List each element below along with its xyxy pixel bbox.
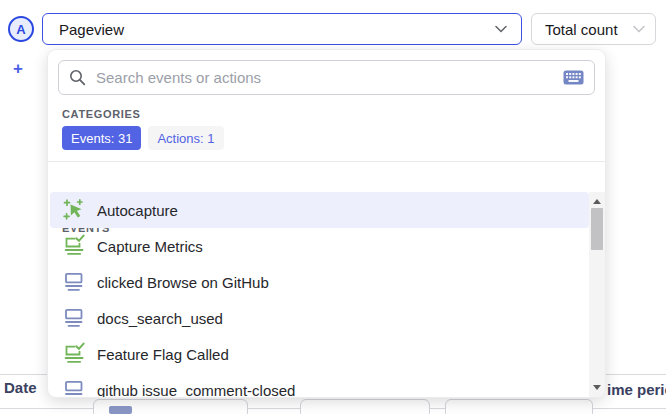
scroll-down-arrow-icon[interactable] bbox=[593, 385, 601, 390]
event-list-item-label: Capture Metrics bbox=[97, 238, 203, 255]
event-select-value: Pageview bbox=[59, 21, 124, 38]
event-picker-dropdown: CATEGORIES Events: 31 Actions: 1 EVENTS bbox=[48, 50, 605, 397]
autocapture-icon bbox=[62, 198, 86, 222]
search-box[interactable] bbox=[58, 60, 595, 95]
tab-events[interactable]: Events: 31 bbox=[62, 126, 141, 150]
filter-button[interactable] bbox=[300, 399, 430, 414]
filter-button[interactable] bbox=[445, 399, 593, 414]
event-icon bbox=[62, 378, 86, 397]
chevron-down-icon bbox=[495, 25, 507, 33]
calendar-icon bbox=[109, 406, 132, 414]
verified-event-icon bbox=[62, 234, 86, 258]
category-tabs: Events: 31 Actions: 1 bbox=[62, 126, 224, 150]
series-badge: A bbox=[8, 16, 34, 42]
event-list-item-label: docs_search_used bbox=[97, 310, 223, 327]
event-select-button[interactable]: Pageview bbox=[42, 13, 522, 45]
scroll-up-arrow-icon[interactable] bbox=[593, 199, 601, 204]
time-period-label: ime perio bbox=[607, 381, 666, 398]
verified-event-icon bbox=[62, 342, 86, 366]
add-series-button[interactable]: + bbox=[13, 59, 23, 79]
keyboard-shortcut-icon bbox=[563, 70, 584, 85]
event-list-item[interactable]: Autocapture bbox=[50, 192, 589, 228]
event-icon bbox=[62, 306, 86, 330]
search-icon bbox=[69, 69, 86, 86]
scrollbar[interactable] bbox=[589, 192, 605, 397]
event-list-item[interactable]: docs_search_used bbox=[50, 300, 589, 336]
event-list-item-label: clicked Browse on GitHub bbox=[97, 274, 269, 291]
date-filter-label: Date bbox=[4, 379, 37, 396]
aggregation-select-value: Total count bbox=[545, 21, 618, 38]
categories-section-label: CATEGORIES bbox=[62, 108, 141, 120]
search-input[interactable] bbox=[96, 69, 553, 86]
event-icon bbox=[62, 270, 86, 294]
series-badge-label: A bbox=[16, 22, 25, 37]
chevron-down-icon bbox=[633, 25, 645, 33]
date-range-button[interactable] bbox=[93, 399, 248, 414]
event-list-item[interactable]: Feature Flag Called bbox=[50, 336, 589, 372]
tab-actions[interactable]: Actions: 1 bbox=[148, 126, 223, 150]
insight-series-editor: A Pageview Total count + Date ime perio bbox=[0, 0, 666, 414]
event-list-item[interactable]: Capture Metrics bbox=[50, 228, 589, 264]
event-list-item[interactable]: clicked Browse on GitHub bbox=[50, 264, 589, 300]
event-list: Autocapture Capture Metrics bbox=[48, 192, 589, 397]
event-list-item[interactable]: github issue_comment-closed bbox=[50, 372, 589, 397]
event-list-item-label: Feature Flag Called bbox=[97, 346, 229, 363]
scrollbar-thumb[interactable] bbox=[591, 208, 603, 250]
event-list-item-label: github issue_comment-closed bbox=[97, 382, 295, 398]
aggregation-select-button[interactable]: Total count bbox=[531, 13, 656, 45]
event-list-item-label: Autocapture bbox=[97, 202, 178, 219]
section-divider bbox=[48, 161, 605, 162]
